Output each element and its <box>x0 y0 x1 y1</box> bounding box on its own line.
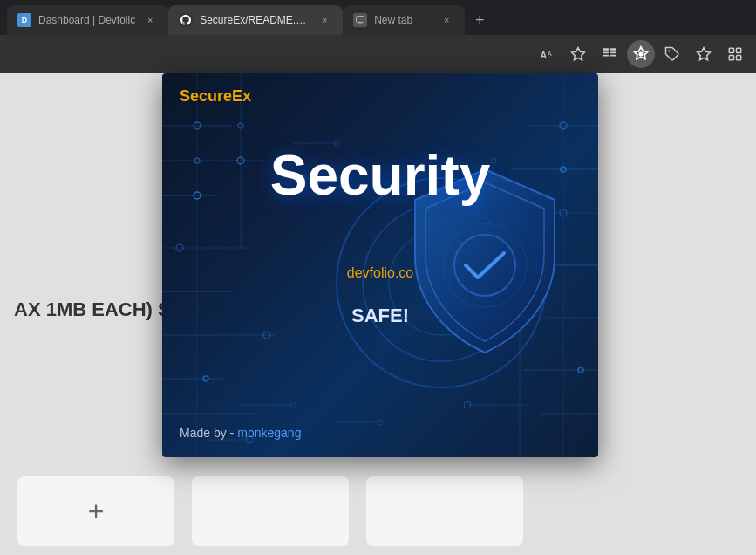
svg-point-47 <box>203 376 208 381</box>
svg-rect-13 <box>729 48 733 52</box>
popup-status: SAFE! <box>162 305 598 327</box>
immersive-reader-button[interactable] <box>564 40 592 68</box>
tab-title-readme: SecureEx/README.md at main · s <box>200 14 310 26</box>
grid-item-1 <box>192 476 349 546</box>
svg-rect-5 <box>603 52 610 54</box>
svg-rect-0 <box>357 17 364 23</box>
new-tab-button[interactable]: + <box>465 5 494 35</box>
font-size-button[interactable]: A A <box>533 40 561 68</box>
tab-readme[interactable]: SecureEx/README.md at main · s × <box>168 5 343 35</box>
svg-marker-3 <box>572 48 585 60</box>
tab-close-newtab[interactable]: × <box>439 12 454 28</box>
toolbar: A A <box>0 35 756 73</box>
tab-bar: D Dashboard | Devfolic × SecureEx/README… <box>0 0 756 35</box>
new-tab-grid: + <box>0 468 756 555</box>
popup-title: Security <box>162 143 598 208</box>
popup-footer: Made by - monkegang <box>180 426 301 440</box>
popup-footer-link[interactable]: monkegang <box>237 426 301 440</box>
svg-point-57 <box>290 402 296 408</box>
svg-point-10 <box>639 52 642 55</box>
svg-rect-14 <box>737 48 741 52</box>
browser-chrome: D Dashboard | Devfolic × SecureEx/README… <box>0 0 756 73</box>
svg-rect-15 <box>729 56 733 60</box>
svg-text:A: A <box>541 50 548 60</box>
tab-title-newtab: New tab <box>374 14 432 26</box>
popup-background: SecureEx Security devfolio.co SAFE! Made… <box>162 73 598 457</box>
tab-favicon-newtab <box>353 13 367 27</box>
tab-dashboard[interactable]: D Dashboard | Devfolic × <box>7 5 168 35</box>
add-icon: + <box>88 496 105 528</box>
svg-rect-9 <box>610 55 616 57</box>
svg-text:A: A <box>548 50 552 58</box>
svg-rect-16 <box>737 56 741 60</box>
svg-point-48 <box>263 332 270 339</box>
tab-close-readme[interactable]: × <box>317 12 332 28</box>
tab-close-dashboard[interactable]: × <box>142 12 158 28</box>
svg-point-39 <box>238 123 243 128</box>
svg-rect-7 <box>610 48 616 51</box>
reader-view-button[interactable] <box>596 40 623 68</box>
svg-rect-6 <box>603 55 610 57</box>
svg-rect-8 <box>610 52 616 54</box>
svg-point-46 <box>176 244 183 251</box>
favorites-button[interactable] <box>690 40 718 68</box>
puzzle-button[interactable] <box>658 40 686 68</box>
popup-brand: SecureEx <box>180 87 251 106</box>
page-area: AX 1MB EACH) SHO + <box>0 73 756 555</box>
svg-point-59 <box>378 420 383 425</box>
collections-button[interactable] <box>721 40 749 68</box>
tab-newtab[interactable]: New tab × <box>343 5 465 35</box>
extensions-button[interactable] <box>627 40 655 68</box>
svg-point-56 <box>464 401 471 408</box>
popup-url: devfolio.co <box>162 265 598 281</box>
tab-title-dashboard: Dashboard | Devfolic <box>38 14 135 26</box>
svg-marker-12 <box>698 48 711 60</box>
grid-item-2 <box>366 476 523 546</box>
add-shortcut-button[interactable]: + <box>17 476 174 546</box>
popup-footer-text: Made by - <box>180 426 234 440</box>
svg-point-36 <box>194 122 201 129</box>
svg-rect-4 <box>603 48 610 51</box>
svg-point-41 <box>560 122 567 129</box>
tab-favicon-dashboard: D <box>17 13 31 27</box>
tab-favicon-readme <box>179 13 193 27</box>
extension-popup: SecureEx Security devfolio.co SAFE! Made… <box>162 73 598 457</box>
